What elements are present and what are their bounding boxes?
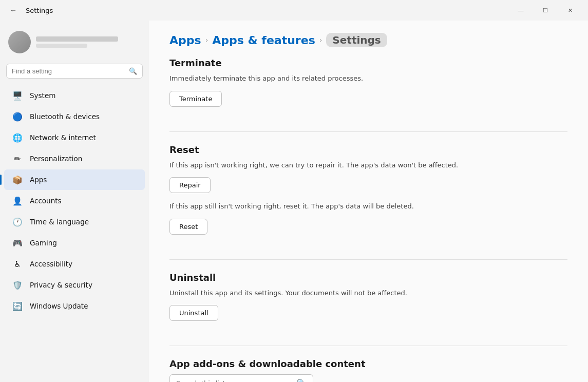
title-bar: ← Settings — ☐ ✕: [0, 0, 588, 21]
bluetooth-icon: 🔵: [12, 111, 23, 122]
terminate-button[interactable]: Terminate: [169, 91, 222, 107]
reset-section: Reset If this app isn't working right, w…: [169, 144, 567, 243]
title-bar-left: ← Settings: [6, 3, 53, 17]
reset-button[interactable]: Reset: [169, 219, 207, 235]
addons-search-box[interactable]: 🔍: [169, 374, 313, 382]
uninstall-button[interactable]: Uninstall: [169, 305, 218, 321]
sidebar: 🔍 🖥️System🔵Bluetooth & devices🌐Network &…: [0, 21, 149, 382]
breadcrumb-apps-features[interactable]: Apps & features: [212, 34, 315, 47]
sidebar-item-label-accounts: Accounts: [30, 197, 62, 205]
sidebar-item-apps[interactable]: 📦Apps: [4, 169, 145, 190]
sidebar-item-label-privacy: Privacy & security: [30, 281, 92, 289]
terminate-description: Immediately terminate this app and its r…: [169, 73, 567, 84]
terminate-section: Terminate Immediately terminate this app…: [169, 58, 567, 115]
sidebar-item-label-gaming: Gaming: [30, 239, 57, 247]
network-icon: 🌐: [12, 132, 23, 143]
reset-title: Reset: [169, 144, 567, 155]
sidebar-item-label-system: System: [30, 91, 55, 100]
accessibility-icon: ♿: [12, 259, 23, 269]
uninstall-description: Uninstall this app and its settings. You…: [169, 288, 567, 298]
window-title: Settings: [26, 7, 53, 14]
addons-search-input[interactable]: [176, 379, 292, 382]
sidebar-item-label-bluetooth: Bluetooth & devices: [30, 112, 100, 121]
user-subtitle: [36, 44, 87, 48]
addons-title: App add-ons & downloadable content: [169, 358, 567, 369]
app-body: 🔍 🖥️System🔵Bluetooth & devices🌐Network &…: [0, 21, 588, 382]
sidebar-item-network[interactable]: 🌐Network & internet: [4, 127, 145, 148]
user-name: [36, 36, 118, 42]
sidebar-item-time[interactable]: 🕐Time & language: [4, 212, 145, 232]
sidebar-item-label-personalization: Personalization: [30, 155, 82, 163]
sidebar-item-system[interactable]: 🖥️System: [4, 85, 145, 106]
sidebar-item-label-network: Network & internet: [30, 133, 96, 142]
sidebar-item-update[interactable]: 🔄Windows Update: [4, 296, 145, 316]
addons-section: App add-ons & downloadable content 🔍: [169, 358, 567, 382]
sidebar-item-gaming[interactable]: 🎮Gaming: [4, 233, 145, 253]
breadcrumb: Apps › Apps & features › Settings: [169, 21, 567, 58]
search-icon: 🔍: [129, 67, 137, 75]
uninstall-title: Uninstall: [169, 272, 567, 283]
uninstall-section: Uninstall Uninstall this app and its set…: [169, 272, 567, 330]
search-box[interactable]: 🔍: [6, 64, 143, 79]
user-section: [0, 26, 149, 62]
sidebar-item-bluetooth[interactable]: 🔵Bluetooth & devices: [4, 106, 145, 127]
breadcrumb-apps[interactable]: Apps: [169, 34, 201, 47]
breadcrumb-sep-1: ›: [205, 36, 208, 44]
apps-icon: 📦: [12, 175, 23, 185]
window-controls: — ☐ ✕: [509, 2, 582, 18]
sidebar-item-accessibility[interactable]: ♿Accessibility: [4, 254, 145, 274]
accounts-icon: 👤: [12, 196, 23, 206]
privacy-icon: 🛡️: [12, 280, 23, 290]
minimize-button[interactable]: —: [509, 2, 533, 18]
back-button[interactable]: ←: [6, 3, 21, 17]
terminate-title: Terminate: [169, 58, 567, 68]
sidebar-item-label-accessibility: Accessibility: [30, 260, 72, 268]
personalization-icon: ✏️: [12, 154, 23, 164]
sidebar-item-privacy[interactable]: 🛡️Privacy & security: [4, 275, 145, 295]
divider-1: [169, 131, 567, 132]
breadcrumb-sep-2: ›: [319, 36, 323, 44]
repair-description: If this app isn't working right, we can …: [169, 160, 567, 170]
breadcrumb-current: Settings: [326, 33, 387, 47]
divider-2: [169, 259, 567, 260]
sidebar-item-label-update: Windows Update: [30, 302, 88, 310]
sidebar-item-label-time: Time & language: [30, 218, 89, 226]
system-icon: 🖥️: [12, 90, 23, 101]
maximize-button[interactable]: ☐: [534, 2, 557, 18]
sidebar-item-accounts[interactable]: 👤Accounts: [4, 190, 145, 211]
sidebar-item-personalization[interactable]: ✏️Personalization: [4, 148, 145, 169]
reset-description: If this app still isn't working right, r…: [169, 201, 567, 212]
close-button[interactable]: ✕: [558, 2, 582, 18]
repair-button[interactable]: Repair: [169, 177, 211, 193]
addons-search-icon: 🔍: [296, 378, 307, 382]
search-input[interactable]: [12, 67, 125, 75]
sidebar-item-label-apps: Apps: [30, 176, 47, 184]
gaming-icon: 🎮: [12, 238, 23, 248]
nav-list: 🖥️System🔵Bluetooth & devices🌐Network & i…: [0, 85, 149, 317]
user-info: [36, 36, 118, 48]
time-icon: 🕐: [12, 217, 23, 227]
main-content: Apps › Apps & features › Settings Termin…: [149, 21, 588, 382]
avatar: [8, 31, 31, 53]
divider-3: [169, 346, 567, 346]
update-icon: 🔄: [12, 301, 23, 311]
